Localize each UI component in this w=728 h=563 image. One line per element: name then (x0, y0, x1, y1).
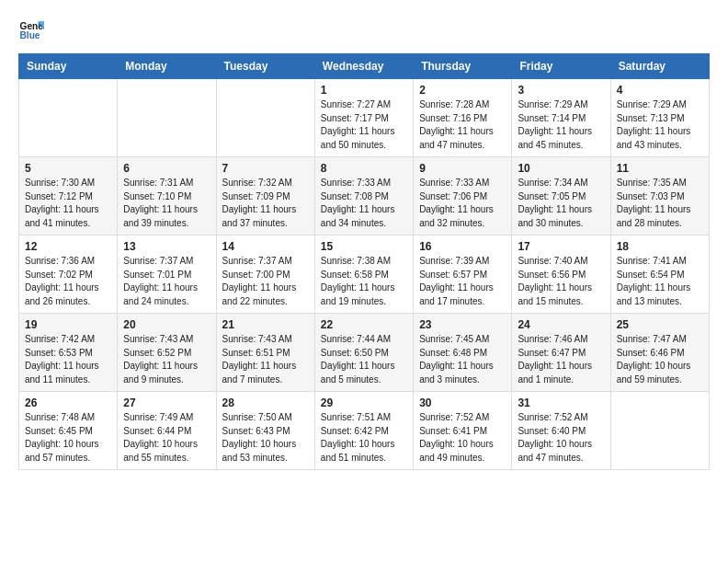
calendar-cell: 27Sunrise: 7:49 AM Sunset: 6:44 PM Dayli… (118, 392, 216, 470)
day-detail: Sunrise: 7:42 AM Sunset: 6:53 PM Dayligh… (25, 333, 111, 386)
calendar-cell: 20Sunrise: 7:43 AM Sunset: 6:52 PM Dayli… (118, 314, 216, 392)
day-number: 30 (419, 396, 506, 409)
day-number: 10 (518, 162, 604, 175)
day-number: 22 (321, 318, 407, 331)
calendar-cell: 7Sunrise: 7:32 AM Sunset: 7:09 PM Daylig… (216, 157, 314, 236)
day-number: 1 (321, 84, 407, 97)
day-number: 11 (617, 162, 703, 175)
day-detail: Sunrise: 7:28 AM Sunset: 7:16 PM Dayligh… (419, 98, 506, 152)
day-detail: Sunrise: 7:30 AM Sunset: 7:12 PM Dayligh… (25, 177, 111, 230)
calendar-cell: 3Sunrise: 7:29 AM Sunset: 7:14 PM Daylig… (512, 79, 610, 157)
calendar-week-3: 12Sunrise: 7:36 AM Sunset: 7:02 PM Dayli… (19, 236, 710, 314)
day-detail: Sunrise: 7:49 AM Sunset: 6:44 PM Dayligh… (123, 411, 210, 465)
calendar-cell: 28Sunrise: 7:50 AM Sunset: 6:43 PM Dayli… (216, 392, 314, 470)
calendar-cell (216, 79, 314, 157)
day-detail: Sunrise: 7:29 AM Sunset: 7:13 PM Dayligh… (617, 98, 703, 152)
day-number: 24 (518, 318, 604, 331)
calendar-cell: 10Sunrise: 7:34 AM Sunset: 7:05 PM Dayli… (512, 157, 610, 236)
day-detail: Sunrise: 7:36 AM Sunset: 7:02 PM Dayligh… (25, 255, 111, 308)
day-detail: Sunrise: 7:35 AM Sunset: 7:03 PM Dayligh… (617, 177, 703, 230)
col-header-sunday: Sunday (19, 54, 118, 79)
day-detail: Sunrise: 7:43 AM Sunset: 6:52 PM Dayligh… (123, 333, 210, 386)
calendar-cell: 5Sunrise: 7:30 AM Sunset: 7:12 PM Daylig… (19, 157, 118, 236)
day-detail: Sunrise: 7:37 AM Sunset: 7:00 PM Dayligh… (222, 255, 309, 308)
col-header-tuesday: Tuesday (216, 54, 314, 79)
page: General Blue SundayMondayTuesdayWednesda… (0, 0, 728, 479)
calendar-cell: 8Sunrise: 7:33 AM Sunset: 7:08 PM Daylig… (314, 157, 413, 236)
day-number: 18 (617, 240, 703, 253)
calendar-cell: 12Sunrise: 7:36 AM Sunset: 7:02 PM Dayli… (19, 236, 118, 314)
svg-text:Blue: Blue (20, 30, 40, 40)
header: General Blue (18, 18, 710, 44)
calendar-cell: 1Sunrise: 7:27 AM Sunset: 7:17 PM Daylig… (314, 79, 413, 157)
day-number: 14 (222, 240, 309, 253)
day-detail: Sunrise: 7:45 AM Sunset: 6:48 PM Dayligh… (419, 333, 506, 386)
day-number: 7 (222, 162, 309, 175)
calendar-cell: 19Sunrise: 7:42 AM Sunset: 6:53 PM Dayli… (19, 314, 118, 392)
day-detail: Sunrise: 7:32 AM Sunset: 7:09 PM Dayligh… (222, 177, 309, 230)
day-number: 8 (321, 162, 407, 175)
calendar-cell: 24Sunrise: 7:46 AM Sunset: 6:47 PM Dayli… (512, 314, 610, 392)
calendar-cell: 18Sunrise: 7:41 AM Sunset: 6:54 PM Dayli… (610, 236, 709, 314)
day-detail: Sunrise: 7:37 AM Sunset: 7:01 PM Dayligh… (123, 255, 210, 308)
col-header-wednesday: Wednesday (314, 54, 413, 79)
calendar-header-row: SundayMondayTuesdayWednesdayThursdayFrid… (19, 54, 710, 79)
day-detail: Sunrise: 7:38 AM Sunset: 6:58 PM Dayligh… (321, 255, 407, 308)
day-detail: Sunrise: 7:40 AM Sunset: 6:56 PM Dayligh… (518, 255, 604, 308)
day-number: 21 (222, 318, 309, 331)
day-number: 19 (25, 318, 111, 331)
col-header-friday: Friday (512, 54, 610, 79)
day-detail: Sunrise: 7:34 AM Sunset: 7:05 PM Dayligh… (518, 177, 604, 230)
calendar-week-5: 26Sunrise: 7:48 AM Sunset: 6:45 PM Dayli… (19, 392, 710, 470)
day-detail: Sunrise: 7:48 AM Sunset: 6:45 PM Dayligh… (25, 411, 111, 465)
logo-icon: General Blue (18, 18, 44, 44)
day-number: 12 (25, 240, 111, 253)
day-detail: Sunrise: 7:33 AM Sunset: 7:08 PM Dayligh… (321, 177, 407, 230)
day-detail: Sunrise: 7:27 AM Sunset: 7:17 PM Dayligh… (321, 98, 407, 152)
col-header-monday: Monday (118, 54, 216, 79)
day-number: 13 (123, 240, 210, 253)
calendar: SundayMondayTuesdayWednesdayThursdayFrid… (18, 53, 710, 470)
logo: General Blue (18, 18, 48, 44)
day-detail: Sunrise: 7:44 AM Sunset: 6:50 PM Dayligh… (321, 333, 407, 386)
calendar-cell: 26Sunrise: 7:48 AM Sunset: 6:45 PM Dayli… (19, 392, 118, 470)
calendar-week-4: 19Sunrise: 7:42 AM Sunset: 6:53 PM Dayli… (19, 314, 710, 392)
calendar-cell: 14Sunrise: 7:37 AM Sunset: 7:00 PM Dayli… (216, 236, 314, 314)
calendar-cell: 25Sunrise: 7:47 AM Sunset: 6:46 PM Dayli… (610, 314, 709, 392)
day-number: 26 (25, 396, 111, 409)
calendar-cell: 13Sunrise: 7:37 AM Sunset: 7:01 PM Dayli… (118, 236, 216, 314)
day-detail: Sunrise: 7:41 AM Sunset: 6:54 PM Dayligh… (617, 255, 703, 308)
day-number: 31 (518, 396, 604, 409)
day-number: 16 (419, 240, 506, 253)
calendar-cell: 16Sunrise: 7:39 AM Sunset: 6:57 PM Dayli… (414, 236, 512, 314)
calendar-cell: 17Sunrise: 7:40 AM Sunset: 6:56 PM Dayli… (512, 236, 610, 314)
day-detail: Sunrise: 7:51 AM Sunset: 6:42 PM Dayligh… (321, 411, 407, 465)
day-number: 20 (123, 318, 210, 331)
day-number: 2 (419, 84, 506, 97)
calendar-cell (610, 392, 709, 470)
col-header-saturday: Saturday (610, 54, 709, 79)
day-detail: Sunrise: 7:31 AM Sunset: 7:10 PM Dayligh… (123, 177, 210, 230)
calendar-cell: 30Sunrise: 7:52 AM Sunset: 6:41 PM Dayli… (414, 392, 512, 470)
day-detail: Sunrise: 7:29 AM Sunset: 7:14 PM Dayligh… (518, 98, 604, 152)
day-detail: Sunrise: 7:43 AM Sunset: 6:51 PM Dayligh… (222, 333, 309, 386)
calendar-cell: 6Sunrise: 7:31 AM Sunset: 7:10 PM Daylig… (118, 157, 216, 236)
day-number: 6 (123, 162, 210, 175)
calendar-week-1: 1Sunrise: 7:27 AM Sunset: 7:17 PM Daylig… (19, 79, 710, 157)
day-number: 15 (321, 240, 407, 253)
day-number: 23 (419, 318, 506, 331)
calendar-cell: 23Sunrise: 7:45 AM Sunset: 6:48 PM Dayli… (414, 314, 512, 392)
calendar-cell: 21Sunrise: 7:43 AM Sunset: 6:51 PM Dayli… (216, 314, 314, 392)
col-header-thursday: Thursday (414, 54, 512, 79)
day-detail: Sunrise: 7:52 AM Sunset: 6:41 PM Dayligh… (419, 411, 506, 465)
day-number: 4 (617, 84, 703, 97)
calendar-cell: 29Sunrise: 7:51 AM Sunset: 6:42 PM Dayli… (314, 392, 413, 470)
day-number: 9 (419, 162, 506, 175)
calendar-cell: 4Sunrise: 7:29 AM Sunset: 7:13 PM Daylig… (610, 79, 709, 157)
day-number: 27 (123, 396, 210, 409)
day-number: 25 (617, 318, 703, 331)
day-detail: Sunrise: 7:47 AM Sunset: 6:46 PM Dayligh… (617, 333, 703, 386)
calendar-cell (118, 79, 216, 157)
day-number: 28 (222, 396, 309, 409)
calendar-week-2: 5Sunrise: 7:30 AM Sunset: 7:12 PM Daylig… (19, 157, 710, 236)
